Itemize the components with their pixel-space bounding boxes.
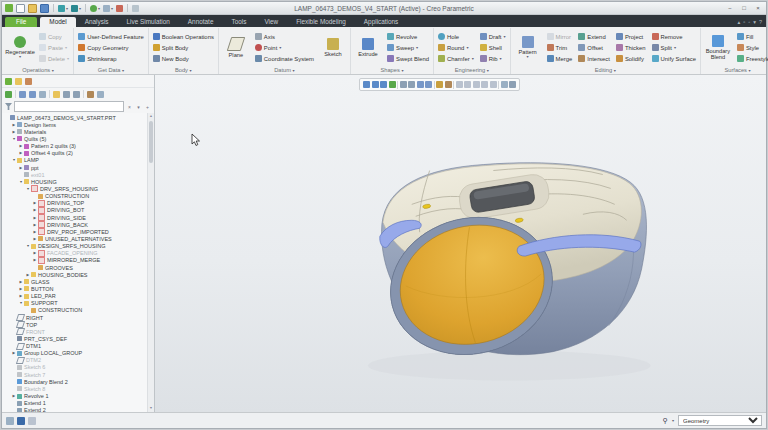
folder-browser-tab-icon[interactable] [15,78,22,85]
tree-item-drv-srfs-housing[interactable]: ▼DRV_SRFS_HOUSING [2,185,154,192]
rib-button[interactable]: Rib▾ [480,54,506,64]
chamfer-button[interactable]: Chamfer▾ [438,54,474,64]
tree-item-offset-4-quilts-2[interactable]: ▶Offset 4 quilts (2) [2,150,154,157]
group-label-editing[interactable]: Editing ▾ [512,67,699,74]
boolean-operations-button[interactable]: Boolean Operations [153,32,214,42]
3d-model[interactable] [155,75,766,417]
thicken-button[interactable]: Thicken [616,43,646,53]
tree-item-housing-bodies[interactable]: ▶HOUSING_BODIES [2,271,154,278]
intersect-button[interactable]: Intersect [578,54,610,64]
remove-button[interactable]: Remove [652,32,696,42]
tree-item-driving-bot[interactable]: ▶DRIVING_BOT [2,207,154,214]
tree-item-extend-1[interactable]: Extend 1 [2,400,154,407]
tree-item-materials[interactable]: ▶Materials [2,128,154,135]
tree-item-drv-prof-imported[interactable]: ▶DRV_PROF_IMPORTED [2,228,154,235]
new-body-button[interactable]: New Body [153,54,214,64]
tree-item-lamp-06473-demos-v4-start-prt[interactable]: LAMP_06473_DEMOS_V4_START.PRT [2,114,154,121]
regenerate-button[interactable]: ▾ [90,5,100,12]
tree-item-mirrored-merge[interactable]: ▶MIRRORED_MERGE [2,257,154,264]
unify-surface-button[interactable]: Unify Surface [652,54,696,64]
tree-item-ext01[interactable]: ext01 [2,171,154,178]
close-button[interactable] [116,5,123,12]
tree-item-design-items[interactable]: ▶Design Items [2,121,154,128]
tree-item-revolve-1[interactable]: ▶Revolve 1 [2,392,154,399]
undo-button[interactable]: ▾ [58,5,68,12]
tree-item-front[interactable]: FRONT [2,328,154,335]
tree-item-sketch-6[interactable]: Sketch 6 [2,364,154,371]
freestyle-button[interactable]: Freestyle [737,54,768,64]
tree-item-driving-back[interactable]: ▶DRIVING_BACK [2,221,154,228]
help-icon[interactable]: ? [759,19,762,25]
minimize-icon[interactable]: − [725,5,735,11]
tree-item-pattern-2-quilts-3[interactable]: ▶Pattern 2 quilts (3) [2,143,154,150]
group-label-body[interactable]: Body ▾ [150,67,217,74]
favorites-tab-icon[interactable] [25,78,32,85]
tab-live-simulation[interactable]: Live Simulation [118,17,179,28]
expand-all-button[interactable] [63,91,70,98]
revolve-button[interactable]: Revolve [387,32,429,42]
copy-button[interactable]: Copy [39,32,69,42]
close-icon[interactable]: × [753,5,763,11]
split-button[interactable]: Split▾ [652,43,696,53]
group-label-engineering[interactable]: Engineering ▾ [435,67,509,74]
tab-flexible-modeling[interactable]: Flexible Modeling [287,17,355,28]
style-button[interactable]: Style [737,43,768,53]
tree-item-prt-csys-def[interactable]: PRT_CSYS_DEF [2,335,154,342]
maximize-icon[interactable]: □ [739,5,749,11]
group-label-get-data[interactable]: Get Data ▾ [75,67,147,74]
filter-clear-button[interactable]: × [126,104,133,110]
tree-item-ppt[interactable]: ▶ppt [2,164,154,171]
copy-geometry-button[interactable]: Copy Geometry [78,43,144,53]
regenerate-button[interactable]: Regenerate▾ [4,28,36,67]
fill-button[interactable]: Fill [737,32,768,42]
tab-file[interactable]: File [5,17,37,28]
tree-item-driving-top[interactable]: ▶DRIVING_TOP [2,200,154,207]
toggle-fullscreen-button[interactable] [28,417,36,425]
tab-view[interactable]: View [255,17,287,28]
tree-item-extend-2[interactable]: Extend 2 [2,407,154,412]
tree-scrollbar[interactable]: ▲ ▼ [147,113,154,412]
scroll-down-icon[interactable]: ▼ [148,405,154,412]
tree-item-dtm2[interactable]: DTM2 [2,357,154,364]
tree-item-unused-alternatives[interactable]: ▶UNUSED_ALTERNATIVES [2,235,154,242]
tree-item-led-par[interactable]: ▶LED_PAR [2,293,154,300]
tab-annotate[interactable]: Annotate [179,17,223,28]
tree-item-sketch-8[interactable]: Sketch 8 [2,385,154,392]
options-icon[interactable]: ◦ [748,19,750,25]
tree-item-design-srfs-housing[interactable]: ▼DESIGN_SRFS_HOUSING [2,243,154,250]
tree-item-button[interactable]: ▶BUTTON [2,285,154,292]
filter-options-button[interactable]: ▾ [135,104,142,110]
sweep-button[interactable]: Sweep▾ [387,43,429,53]
tree-item-sketch-7[interactable]: Sketch 7 [2,371,154,378]
model-tree-button[interactable] [5,91,12,98]
group-label-shapes[interactable]: Shapes ▾ [352,67,432,74]
point-button[interactable]: Point▾ [255,43,314,53]
tree-item-dtm1[interactable]: DTM1 [2,343,154,350]
scroll-up-icon[interactable]: ▲ [148,113,154,120]
pattern-button[interactable]: Pattern▾ [512,28,544,67]
coordinate-system-button[interactable]: Coordinate System [255,54,314,64]
delete-button[interactable]: Delete▾ [39,54,69,64]
trim-button[interactable]: Trim [547,43,573,53]
highlight-button[interactable] [53,91,60,98]
group-label-operations[interactable]: Operations ▾ [4,67,72,74]
graphics-area[interactable] [155,75,766,412]
plane-button[interactable]: Plane [220,28,252,67]
offset-button[interactable]: Offset [578,43,610,53]
layer-tree-button[interactable] [39,91,46,98]
tree-settings-button[interactable] [97,91,104,98]
new-button[interactable] [16,4,25,13]
more-icon[interactable]: ▾ [753,19,756,25]
tree-item-construction[interactable]: CONSTRUCTION [2,193,154,200]
hole-button[interactable]: Hole [438,32,474,42]
tab-applications[interactable]: Applications [355,17,407,28]
extrude-button[interactable]: Extrude [352,28,384,67]
locate-button[interactable] [87,91,94,98]
tree-item-quilts-5[interactable]: ▼Quilts (5) [2,135,154,142]
collapse-all-button[interactable] [73,91,80,98]
tree-item-boundary-blend-2[interactable]: Boundary Blend 2 [2,378,154,385]
tab-model[interactable]: Model [40,17,75,28]
tree-filter-input[interactable] [14,101,124,112]
tab-tools[interactable]: Tools [222,17,255,28]
toggle-browser-button[interactable] [17,417,25,425]
